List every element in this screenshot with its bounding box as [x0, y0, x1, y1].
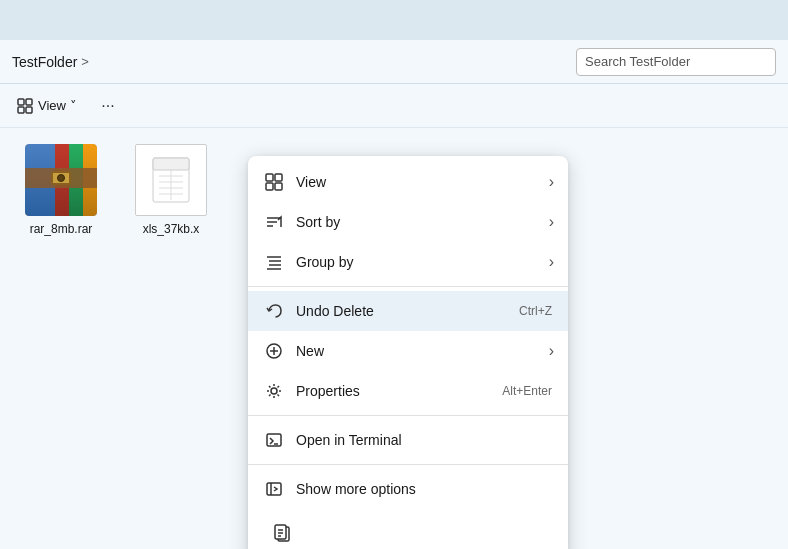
terminal-menu-icon: [264, 430, 284, 450]
top-decoration-bar: [0, 0, 788, 40]
toolbar: View ˅ ···: [0, 84, 788, 128]
svg-rect-31: [275, 525, 286, 539]
menu-label-sortby: Sort by: [296, 214, 552, 230]
svg-rect-14: [275, 183, 282, 190]
menu-label-properties: Properties: [296, 383, 490, 399]
svg-point-25: [271, 388, 277, 394]
breadcrumb-chevron: >: [81, 54, 89, 69]
rar-icon: [25, 144, 97, 216]
context-menu: View Sort by: [248, 156, 568, 549]
showmore-menu-icon: [264, 479, 284, 499]
menu-label-showmore: Show more options: [296, 481, 552, 497]
file-name: xls_37kb.x: [143, 222, 200, 236]
search-placeholder: Search TestFolder: [585, 54, 690, 69]
menu-item-terminal[interactable]: Open in Terminal: [248, 420, 568, 460]
shortcut-undodelete: Ctrl+Z: [519, 304, 552, 318]
menu-divider-2: [248, 415, 568, 416]
menu-item-sortby[interactable]: Sort by: [248, 202, 568, 242]
view-menu-icon: [264, 172, 284, 192]
menu-item-undodelete[interactable]: Undo Delete Ctrl+Z: [248, 291, 568, 331]
view-chevron: ˅: [70, 98, 77, 113]
menu-item-properties[interactable]: Properties Alt+Enter: [248, 371, 568, 411]
search-box[interactable]: Search TestFolder: [576, 48, 776, 76]
svg-rect-1: [26, 99, 32, 105]
svg-rect-12: [275, 174, 282, 181]
menu-divider-3: [248, 464, 568, 465]
menu-item-showmore[interactable]: Show more options: [248, 469, 568, 509]
menu-label-view: View: [296, 174, 552, 190]
list-item[interactable]: rar_8mb.rar: [16, 144, 106, 236]
svg-rect-2: [18, 107, 24, 113]
menu-label-groupby: Group by: [296, 254, 552, 270]
menu-label-new: New: [296, 343, 552, 359]
new-menu-icon: [264, 341, 284, 361]
svg-rect-0: [18, 99, 24, 105]
svg-rect-5: [153, 158, 189, 170]
menu-item-new[interactable]: New: [248, 331, 568, 371]
view-icon: [16, 97, 34, 115]
view-label: View: [38, 98, 66, 113]
properties-menu-icon: [264, 381, 284, 401]
shortcut-properties: Alt+Enter: [502, 384, 552, 398]
svg-rect-28: [267, 483, 281, 495]
breadcrumb[interactable]: TestFolder: [12, 54, 77, 70]
address-bar: TestFolder > Search TestFolder: [0, 40, 788, 84]
file-name: rar_8mb.rar: [30, 222, 93, 236]
svg-rect-11: [266, 174, 273, 181]
xls-icon: [135, 144, 207, 216]
list-item[interactable]: xls_37kb.x: [126, 144, 216, 236]
svg-rect-13: [266, 183, 273, 190]
more-dots: ···: [101, 97, 114, 115]
menu-label-terminal: Open in Terminal: [296, 432, 552, 448]
undo-menu-icon: [264, 301, 284, 321]
menu-divider-1: [248, 286, 568, 287]
sort-menu-icon: [264, 212, 284, 232]
paste-icon-button[interactable]: [264, 515, 300, 549]
menu-item-groupby[interactable]: Group by: [248, 242, 568, 282]
svg-rect-3: [26, 107, 32, 113]
view-button[interactable]: View ˅: [8, 93, 85, 119]
more-options-button[interactable]: ···: [93, 92, 123, 120]
menu-bottom-icons: [248, 509, 568, 549]
menu-item-view[interactable]: View: [248, 162, 568, 202]
main-content-area: rar_8mb.rar xls_37kb.x: [0, 128, 788, 549]
groupby-menu-icon: [264, 252, 284, 272]
menu-label-undodelete: Undo Delete: [296, 303, 507, 319]
